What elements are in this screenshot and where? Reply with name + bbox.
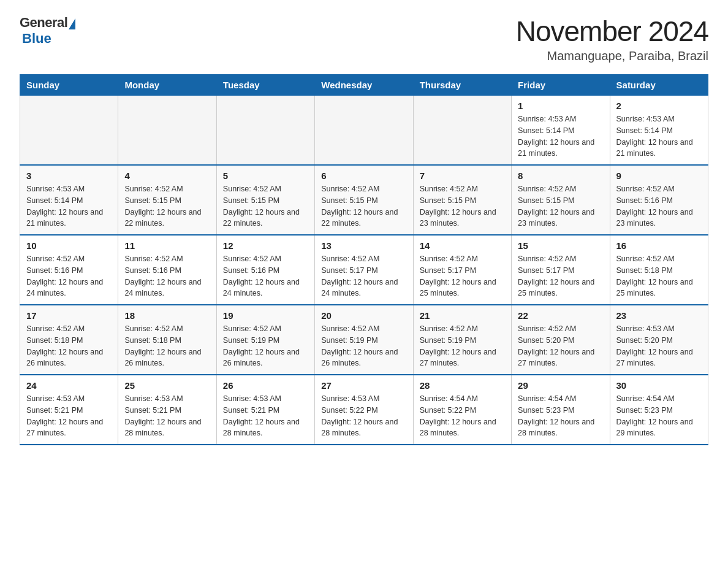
calendar-cell: 17Sunrise: 4:52 AMSunset: 5:18 PMDayligh…: [20, 305, 118, 375]
day-number: 17: [26, 310, 112, 321]
calendar-week-row: 10Sunrise: 4:52 AMSunset: 5:16 PMDayligh…: [20, 235, 708, 305]
day-info: Sunrise: 4:53 AMSunset: 5:14 PMDaylight:…: [26, 183, 112, 229]
calendar-cell: 28Sunrise: 4:54 AMSunset: 5:22 PMDayligh…: [413, 375, 511, 445]
day-number: 21: [420, 310, 505, 321]
calendar-cell: 5Sunrise: 4:52 AMSunset: 5:15 PMDaylight…: [216, 165, 314, 235]
calendar-cell: 11Sunrise: 4:52 AMSunset: 5:16 PMDayligh…: [118, 235, 216, 305]
day-info: Sunrise: 4:52 AMSunset: 5:15 PMDaylight:…: [223, 183, 308, 229]
calendar-cell: 2Sunrise: 4:53 AMSunset: 5:14 PMDaylight…: [610, 96, 708, 166]
calendar-cell: 20Sunrise: 4:52 AMSunset: 5:19 PMDayligh…: [315, 305, 413, 375]
day-info: Sunrise: 4:52 AMSunset: 5:18 PMDaylight:…: [26, 323, 112, 369]
day-number: 7: [420, 170, 505, 181]
calendar-week-row: 1Sunrise: 4:53 AMSunset: 5:14 PMDaylight…: [20, 96, 708, 166]
calendar-cell: 4Sunrise: 4:52 AMSunset: 5:15 PMDaylight…: [118, 165, 216, 235]
day-info: Sunrise: 4:52 AMSunset: 5:16 PMDaylight:…: [616, 183, 702, 229]
day-info: Sunrise: 4:54 AMSunset: 5:22 PMDaylight:…: [420, 393, 505, 439]
calendar-cell: 30Sunrise: 4:54 AMSunset: 5:23 PMDayligh…: [610, 375, 708, 445]
calendar-cell: [216, 96, 314, 166]
day-number: 20: [321, 310, 406, 321]
day-number: 25: [124, 380, 210, 391]
page-header: General Blue November 2024 Mamanguape, P…: [20, 15, 708, 63]
calendar-week-row: 3Sunrise: 4:53 AMSunset: 5:14 PMDaylight…: [20, 165, 708, 235]
day-info: Sunrise: 4:52 AMSunset: 5:15 PMDaylight:…: [124, 183, 210, 229]
calendar-cell: 18Sunrise: 4:52 AMSunset: 5:18 PMDayligh…: [118, 305, 216, 375]
logo-triangle-icon: [69, 18, 75, 29]
col-saturday: Saturday: [610, 75, 708, 96]
calendar-cell: 26Sunrise: 4:53 AMSunset: 5:21 PMDayligh…: [216, 375, 314, 445]
day-number: 10: [26, 240, 112, 251]
day-info: Sunrise: 4:53 AMSunset: 5:21 PMDaylight:…: [26, 393, 112, 439]
day-info: Sunrise: 4:54 AMSunset: 5:23 PMDaylight:…: [616, 393, 702, 439]
calendar-body: 1Sunrise: 4:53 AMSunset: 5:14 PMDaylight…: [20, 96, 708, 445]
day-info: Sunrise: 4:53 AMSunset: 5:14 PMDaylight:…: [518, 113, 603, 159]
calendar-title: November 2024: [516, 15, 708, 48]
header-row: Sunday Monday Tuesday Wednesday Thursday…: [20, 75, 708, 96]
calendar-subtitle: Mamanguape, Paraiba, Brazil: [516, 49, 708, 63]
calendar-cell: [315, 96, 413, 166]
day-info: Sunrise: 4:53 AMSunset: 5:21 PMDaylight:…: [124, 393, 210, 439]
logo: General Blue: [20, 15, 77, 47]
day-number: 5: [223, 170, 308, 181]
day-info: Sunrise: 4:52 AMSunset: 5:19 PMDaylight:…: [223, 323, 308, 369]
calendar-week-row: 17Sunrise: 4:52 AMSunset: 5:18 PMDayligh…: [20, 305, 708, 375]
logo-general-text: General: [20, 15, 67, 31]
calendar-cell: 13Sunrise: 4:52 AMSunset: 5:17 PMDayligh…: [315, 235, 413, 305]
day-number: 2: [616, 101, 702, 111]
col-sunday: Sunday: [20, 75, 118, 96]
day-number: 23: [616, 310, 702, 321]
day-info: Sunrise: 4:53 AMSunset: 5:22 PMDaylight:…: [321, 393, 406, 439]
calendar-header: Sunday Monday Tuesday Wednesday Thursday…: [20, 75, 708, 96]
day-number: 14: [420, 240, 505, 251]
logo-blue-text: Blue: [22, 31, 51, 47]
day-number: 26: [223, 380, 308, 391]
day-number: 28: [420, 380, 505, 391]
calendar-cell: 7Sunrise: 4:52 AMSunset: 5:15 PMDaylight…: [413, 165, 511, 235]
day-number: 9: [616, 170, 702, 181]
day-number: 12: [223, 240, 308, 251]
day-number: 18: [124, 310, 210, 321]
calendar-cell: 29Sunrise: 4:54 AMSunset: 5:23 PMDayligh…: [512, 375, 610, 445]
day-number: 15: [518, 240, 603, 251]
day-number: 1: [518, 101, 603, 111]
day-number: 11: [124, 240, 210, 251]
day-info: Sunrise: 4:53 AMSunset: 5:20 PMDaylight:…: [616, 323, 702, 369]
calendar-cell: [118, 96, 216, 166]
calendar-cell: [20, 96, 118, 166]
day-info: Sunrise: 4:52 AMSunset: 5:17 PMDaylight:…: [518, 253, 603, 299]
day-number: 27: [321, 380, 406, 391]
col-monday: Monday: [118, 75, 216, 96]
calendar-cell: 19Sunrise: 4:52 AMSunset: 5:19 PMDayligh…: [216, 305, 314, 375]
calendar-cell: 24Sunrise: 4:53 AMSunset: 5:21 PMDayligh…: [20, 375, 118, 445]
calendar-cell: 15Sunrise: 4:52 AMSunset: 5:17 PMDayligh…: [512, 235, 610, 305]
calendar-cell: 1Sunrise: 4:53 AMSunset: 5:14 PMDaylight…: [512, 96, 610, 166]
day-info: Sunrise: 4:52 AMSunset: 5:19 PMDaylight:…: [321, 323, 406, 369]
day-info: Sunrise: 4:52 AMSunset: 5:16 PMDaylight:…: [26, 253, 112, 299]
calendar-cell: 22Sunrise: 4:52 AMSunset: 5:20 PMDayligh…: [512, 305, 610, 375]
day-info: Sunrise: 4:52 AMSunset: 5:15 PMDaylight:…: [518, 183, 603, 229]
calendar-cell: 3Sunrise: 4:53 AMSunset: 5:14 PMDaylight…: [20, 165, 118, 235]
calendar-table: Sunday Monday Tuesday Wednesday Thursday…: [20, 74, 708, 445]
day-number: 4: [124, 170, 210, 181]
day-info: Sunrise: 4:52 AMSunset: 5:20 PMDaylight:…: [518, 323, 603, 369]
day-info: Sunrise: 4:52 AMSunset: 5:17 PMDaylight:…: [420, 253, 505, 299]
calendar-week-row: 24Sunrise: 4:53 AMSunset: 5:21 PMDayligh…: [20, 375, 708, 445]
day-info: Sunrise: 4:54 AMSunset: 5:23 PMDaylight:…: [518, 393, 603, 439]
day-number: 6: [321, 170, 406, 181]
day-info: Sunrise: 4:52 AMSunset: 5:19 PMDaylight:…: [420, 323, 505, 369]
day-info: Sunrise: 4:52 AMSunset: 5:16 PMDaylight:…: [124, 253, 210, 299]
day-number: 16: [616, 240, 702, 251]
calendar-cell: 16Sunrise: 4:52 AMSunset: 5:18 PMDayligh…: [610, 235, 708, 305]
day-info: Sunrise: 4:52 AMSunset: 5:18 PMDaylight:…: [616, 253, 702, 299]
day-info: Sunrise: 4:52 AMSunset: 5:16 PMDaylight:…: [223, 253, 308, 299]
calendar-cell: 9Sunrise: 4:52 AMSunset: 5:16 PMDaylight…: [610, 165, 708, 235]
day-number: 13: [321, 240, 406, 251]
day-info: Sunrise: 4:52 AMSunset: 5:15 PMDaylight:…: [420, 183, 505, 229]
day-info: Sunrise: 4:53 AMSunset: 5:21 PMDaylight:…: [223, 393, 308, 439]
day-number: 24: [26, 380, 112, 391]
calendar-cell: 10Sunrise: 4:52 AMSunset: 5:16 PMDayligh…: [20, 235, 118, 305]
calendar-cell: 12Sunrise: 4:52 AMSunset: 5:16 PMDayligh…: [216, 235, 314, 305]
day-number: 8: [518, 170, 603, 181]
day-number: 30: [616, 380, 702, 391]
day-number: 3: [26, 170, 112, 181]
day-number: 29: [518, 380, 603, 391]
